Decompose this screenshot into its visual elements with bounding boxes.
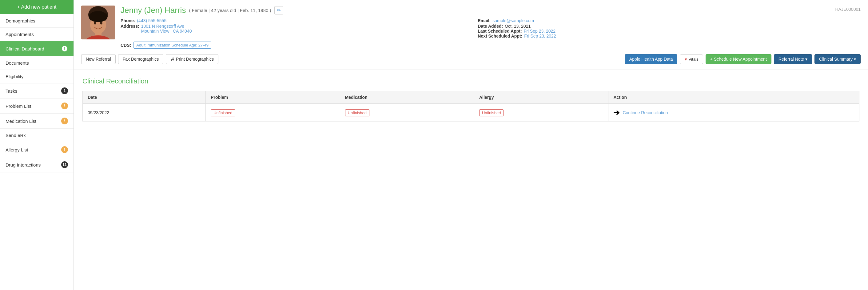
sidebar: + Add new patient DemographicsAppointmen… [0, 0, 74, 290]
cell-problem: Unfinished [206, 104, 340, 122]
sidebar-item-problem-list[interactable]: Problem List! [0, 98, 73, 114]
patient-id: HAJE000001 [835, 5, 861, 12]
sidebar-item-label: Problem List [5, 104, 31, 109]
reconciliation-table: Date Problem Medication Allergy Action 0… [83, 91, 859, 122]
date-added-label: Date Added: [478, 24, 503, 29]
edit-patient-button[interactable]: ✏ [274, 6, 283, 14]
sidebar-item-allergy-list[interactable]: Allergy List! [0, 142, 73, 157]
sidebar-badge-tasks: 1 [61, 87, 68, 94]
cds-label: CDS: [121, 43, 131, 48]
sidebar-item-label: Documents [5, 60, 29, 65]
sidebar-item-label: Clinical Dashboard [5, 46, 44, 51]
clinical-reconciliation-title: Clinical Reconciliation [83, 77, 859, 85]
address-row: Address: 1001 N Rengstorff Ave Mountain … [121, 24, 465, 38]
arrow-icon: ➔ [613, 108, 619, 117]
sidebar-badge-medication-list: ! [61, 118, 68, 124]
next-appt-label: Next Scheduled Appt: [478, 34, 522, 38]
col-action: Action [609, 91, 859, 104]
last-appt-value: Fri Sep 23, 2022 [524, 29, 556, 34]
sidebar-item-label: Tasks [5, 88, 17, 94]
medication-unfinished-badge: Unfinished [345, 109, 369, 116]
new-referral-button[interactable]: New Referral [81, 54, 116, 64]
referral-note-button[interactable]: Referral Note ▾ [774, 54, 812, 64]
col-allergy: Allergy [474, 91, 608, 104]
clinical-summary-label: Clinical Summary [819, 57, 852, 62]
action-container: ➔ Continue Reconciliation [613, 108, 854, 117]
referral-caret-icon: ▾ [805, 57, 807, 62]
sidebar-badge-clinical-dashboard: ! [61, 45, 68, 52]
sidebar-item-label: Appointments [5, 32, 34, 37]
date-added-row: Date Added: Oct. 13, 2021 [478, 24, 830, 29]
cell-action: ➔ Continue Reconciliation [609, 104, 859, 122]
printer-icon: 🖨 [170, 57, 175, 62]
sidebar-item-medication-list[interactable]: Medication List! [0, 114, 73, 129]
right-buttons: Apple Health App Data ♥ Vitals + Schedul… [625, 54, 861, 64]
content-area: Clinical Reconciliation Date Problem Med… [74, 70, 868, 129]
sidebar-item-clinical-dashboard[interactable]: Clinical Dashboard! [0, 41, 73, 56]
sidebar-item-label: Medication List [5, 118, 36, 124]
patient-info-block: Jenny (Jen) Harris ( Female | 42 years o… [121, 5, 830, 50]
sidebar-item-label: Eligibility [5, 74, 23, 79]
patient-name-row: Jenny (Jen) Harris ( Female | 42 years o… [121, 5, 830, 15]
sidebar-item-appointments[interactable]: Appointments [0, 28, 73, 41]
svg-point-4 [100, 22, 102, 25]
col-date: Date [83, 91, 206, 104]
clinical-summary-button[interactable]: Clinical Summary ▾ [814, 54, 861, 64]
cds-badge[interactable]: Adult Immunization Schedule Age: 27-49 [133, 41, 211, 49]
next-appt-value: Fri Sep 23, 2022 [524, 34, 556, 38]
email-row: Email: sample@sample.com [478, 18, 830, 23]
clinical-summary-caret-icon: ▾ [854, 57, 856, 62]
phone-row: Phone: (443) 555-5555 [121, 18, 465, 23]
sidebar-item-demographics[interactable]: Demographics [0, 14, 73, 28]
table-header: Date Problem Medication Allergy Action [83, 91, 859, 104]
sidebar-item-label: Drug Interactions [5, 162, 40, 168]
sidebar-badge-problem-list: ! [61, 103, 68, 109]
email-value: sample@sample.com [492, 18, 534, 23]
continue-reconciliation-link[interactable]: Continue Reconciliation [623, 110, 668, 115]
sidebar-item-label: Allergy List [5, 147, 28, 152]
last-appt-row: Last Scheduled Appt: Fri Sep 23, 2022 [478, 29, 830, 34]
sidebar-item-drug-interactions[interactable]: Drug Interactions11 [0, 157, 73, 172]
patient-photo [81, 5, 115, 39]
patient-header: Jenny (Jen) Harris ( Female | 42 years o… [74, 0, 868, 70]
sidebar-badge-allergy-list: ! [61, 146, 68, 153]
schedule-appointment-button[interactable]: + Schedule New Appointment [706, 54, 771, 64]
address-label: Address: [121, 24, 140, 29]
add-patient-button[interactable]: + Add new patient [0, 0, 73, 14]
phone-label: Phone: [121, 18, 135, 23]
next-appt-row: Next Scheduled Appt: Fri Sep 23, 2022 [478, 34, 830, 38]
last-appt-label: Last Scheduled Appt: [478, 29, 522, 34]
heart-icon: ♥ [684, 57, 687, 62]
col-problem: Problem [206, 91, 340, 104]
cds-row: CDS: Adult Immunization Schedule Age: 27… [121, 41, 830, 49]
sidebar-item-documents[interactable]: Documents [0, 56, 73, 70]
sidebar-item-tasks[interactable]: Tasks1 [0, 83, 73, 98]
app-layout: + Add new patient DemographicsAppointmen… [0, 0, 868, 290]
patient-avatar [81, 5, 115, 39]
table-row: 09/23/2022UnfinishedUnfinishedUnfinished… [83, 104, 859, 122]
main-content: Jenny (Jen) Harris ( Female | 42 years o… [74, 0, 868, 290]
address-line1: 1001 N Rengstorff Ave [141, 24, 192, 29]
fax-demographics-button[interactable]: Fax Demographics [118, 54, 164, 64]
email-label: Email: [478, 18, 491, 23]
sidebar-item-send-erx[interactable]: Send eRx [0, 129, 73, 142]
cell-allergy: Unfinished [474, 104, 608, 122]
apple-health-button[interactable]: Apple Health App Data [625, 54, 678, 64]
sidebar-badge-drug-interactions: 11 [61, 161, 68, 168]
vitals-button[interactable]: ♥ Vitals [680, 55, 703, 64]
sidebar-item-label: Demographics [5, 18, 35, 23]
problem-unfinished-badge: Unfinished [211, 109, 235, 116]
referral-note-label: Referral Note [778, 57, 804, 62]
print-demographics-label: Print Demographics [176, 57, 214, 62]
table-header-row: Date Problem Medication Allergy Action [83, 91, 859, 104]
phone-value: (443) 555-5555 [137, 18, 166, 23]
print-demographics-button[interactable]: 🖨 Print Demographics [166, 54, 218, 64]
action-buttons-row: New Referral Fax Demographics 🖨 Print De… [81, 54, 861, 64]
cell-medication: Unfinished [340, 104, 474, 122]
table-body: 09/23/2022UnfinishedUnfinishedUnfinished… [83, 104, 859, 122]
svg-point-5 [89, 11, 107, 22]
patient-meta: ( Female | 42 years old | Feb. 11, 1980 … [189, 8, 271, 13]
col-medication: Medication [340, 91, 474, 104]
sidebar-item-eligibility[interactable]: Eligibility [0, 70, 73, 83]
patient-top-row: Jenny (Jen) Harris ( Female | 42 years o… [81, 5, 861, 50]
